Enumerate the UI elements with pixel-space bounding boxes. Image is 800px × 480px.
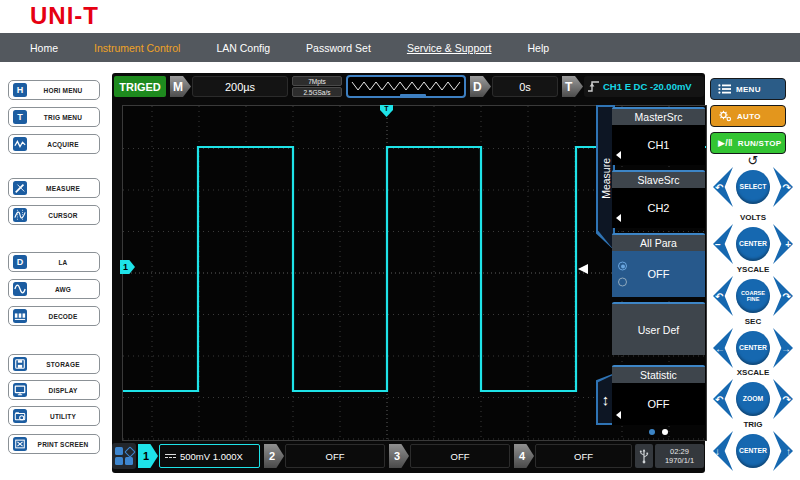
allpara-header: All Para: [612, 233, 705, 251]
yscale-coarse-fine-knob[interactable]: COARSE FINE: [736, 279, 770, 313]
gears-icon: [718, 110, 732, 122]
sec-center-knob[interactable]: CENTER: [736, 331, 770, 365]
volts-label: VOLTS: [740, 212, 766, 223]
scope-display: TRIGED M 200µs 7Mpts 2.5GSa/s D 0s T CH1…: [112, 73, 705, 473]
nav-service-support[interactable]: Service & Support: [407, 42, 492, 54]
xscale-nanoseconds-button[interactable]: ↷ns: [773, 379, 793, 419]
measure-tools-icon: [13, 181, 27, 195]
channel3-info-box[interactable]: OFF: [410, 444, 510, 468]
waveform-preview-box[interactable]: [346, 75, 466, 98]
sidebar-cursor-button[interactable]: CURSOR: [8, 205, 100, 225]
sidebar-acquire-button[interactable]: ACQUIRE: [8, 134, 100, 154]
sec-knob-group: SEC ← CENTER →: [706, 316, 800, 369]
select-knob-group: ↺ ↶ SELECT ↷: [706, 155, 800, 208]
uni-t-logo: UNI-T: [30, 2, 99, 30]
channel-grid-icon[interactable]: [112, 443, 136, 469]
channel2-info-box[interactable]: OFF: [285, 444, 385, 468]
trig-center-knob[interactable]: CENTER: [736, 434, 770, 468]
awg-sine-icon: [13, 282, 27, 296]
volts-decrease-button[interactable]: −: [713, 224, 733, 264]
select-reset-icon[interactable]: ↺: [748, 155, 759, 166]
sidebar-la-button[interactable]: D LA: [8, 252, 100, 272]
submenu-indicator-icon: [616, 151, 621, 159]
page-dot-active: [649, 429, 655, 435]
la-icon: D: [13, 255, 27, 269]
trig-label: TRIG: [743, 419, 762, 430]
yscale-volts-button[interactable]: ↶V: [713, 276, 733, 316]
userdef-button[interactable]: User Def: [612, 302, 705, 355]
usb-status-box: [635, 444, 653, 468]
volts-knob-group: VOLTS − CENTER +: [706, 212, 800, 265]
sidebar-trig-menu-button[interactable]: T TRIG MENU: [8, 107, 100, 127]
list-menu-icon: [718, 84, 731, 94]
rising-edge-icon: [587, 79, 600, 94]
run-stop-button[interactable]: ▶/‖ RUN/STOP: [710, 132, 786, 154]
select-cw-button[interactable]: ↷: [773, 167, 793, 207]
channel1-info-box[interactable]: 500mV 1.000X: [159, 444, 260, 468]
sec-left-button[interactable]: ←: [713, 328, 733, 368]
trig-down-button[interactable]: ↓: [713, 431, 733, 471]
top-nav: Home Instrument Control LAN Config Passw…: [0, 33, 800, 62]
trig-up-button[interactable]: ↑: [773, 431, 793, 471]
sidebar-display-button[interactable]: DISPLAY: [8, 380, 100, 400]
auto-button[interactable]: AUTO: [710, 105, 786, 127]
storage-floppy-icon: [13, 357, 27, 371]
delay-badge: D: [470, 76, 491, 97]
nav-help[interactable]: Help: [528, 42, 550, 54]
channel2-badge[interactable]: 2: [264, 444, 284, 468]
channel4-info-box[interactable]: OFF: [535, 444, 632, 468]
mastersrc-value[interactable]: CH1: [612, 125, 705, 165]
radio-selected-icon[interactable]: [618, 262, 627, 271]
sec-label: SEC: [745, 316, 761, 327]
memory-depth: 7Mpts: [292, 76, 342, 86]
acquire-waveform-icon: [13, 137, 27, 151]
xscale-label: XSCALE: [737, 367, 769, 378]
window-position-marker: [400, 94, 426, 98]
sidebar-hori-menu-button[interactable]: H HORI MENU: [8, 80, 100, 100]
nav-password-set[interactable]: Password Set: [306, 42, 371, 54]
trigger-status-badge: TRIGED: [114, 76, 166, 97]
trigger-info-box[interactable]: CH1 E DC -20.00mV: [584, 76, 704, 97]
statistic-header: Statistic: [612, 365, 705, 383]
xscale-seconds-button[interactable]: ↶s: [713, 379, 733, 419]
trig-menu-icon: T: [13, 110, 27, 124]
allpara-value[interactable]: OFF: [612, 251, 705, 297]
radio-unselected-icon[interactable]: [618, 278, 627, 287]
volts-center-knob[interactable]: CENTER: [736, 227, 770, 261]
submenu-indicator-icon: [616, 214, 621, 222]
sidebar-measure-button[interactable]: MEASURE: [8, 178, 100, 198]
select-knob[interactable]: SELECT: [736, 170, 770, 204]
hori-menu-icon: H: [13, 83, 27, 97]
time-label: 02:29: [670, 447, 689, 456]
mastersrc-header: MasterSrc: [612, 107, 705, 125]
sec-right-button[interactable]: →: [773, 328, 793, 368]
decode-bus-icon: [13, 309, 27, 323]
menu-button[interactable]: MENU: [710, 78, 786, 100]
channel3-badge[interactable]: 3: [389, 444, 409, 468]
nav-lan-config[interactable]: LAN Config: [216, 42, 270, 54]
sidebar-decode-button[interactable]: DECODE: [8, 306, 100, 326]
timebase-box[interactable]: 200µs: [192, 76, 288, 97]
cursor-icon: [13, 208, 27, 222]
sidebar-awg-button[interactable]: AWG: [8, 279, 100, 299]
slavesrc-value[interactable]: CH2: [612, 188, 705, 228]
delay-box[interactable]: 0s: [492, 76, 558, 97]
channel1-badge[interactable]: 1: [138, 444, 158, 468]
sidebar-print-screen-button[interactable]: PRINT SCREEN: [8, 434, 100, 454]
yscale-millivolts-button[interactable]: ↷mV: [773, 276, 793, 316]
sidebar-utility-button[interactable]: UTILITY: [8, 406, 100, 426]
sample-rate: 2.5GSa/s: [292, 87, 342, 97]
sidebar-storage-button[interactable]: STORAGE: [8, 354, 100, 374]
volts-increase-button[interactable]: +: [773, 224, 793, 264]
dc-coupling-icon: [165, 454, 176, 458]
statistic-value[interactable]: OFF: [612, 383, 705, 425]
nav-instrument-control[interactable]: Instrument Control: [94, 42, 180, 54]
channel4-badge[interactable]: 4: [514, 444, 534, 468]
select-ccw-button[interactable]: ↶: [713, 167, 733, 207]
xscale-zoom-knob[interactable]: ZOOM: [736, 382, 770, 416]
play-pause-icon: ▶/‖: [718, 138, 733, 148]
horizontal-badge: M: [170, 76, 191, 97]
display-monitor-icon: [13, 383, 27, 397]
yscale-label: YSCALE: [737, 264, 769, 275]
nav-home[interactable]: Home: [30, 42, 58, 54]
